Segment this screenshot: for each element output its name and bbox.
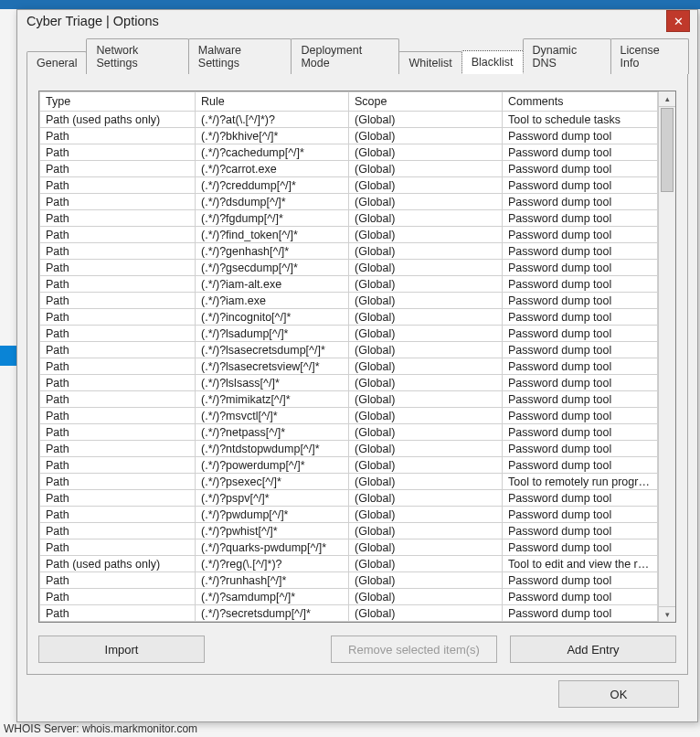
cell-scope: (Global) <box>349 507 503 523</box>
cell-scope: (Global) <box>349 210 503 227</box>
tabpage-blacklist: Type Rule Scope Comments Path (used path… <box>27 73 688 675</box>
cell-rule: (.*/)?lslsass[^/]* <box>196 375 349 391</box>
cell-scope: (Global) <box>349 260 503 276</box>
cell-scope: (Global) <box>349 605 503 622</box>
table-row[interactable]: Path(.*/)?quarks-pwdump[^/]*(Global)Pass… <box>40 539 658 556</box>
table-row[interactable]: Path(.*/)?samdump[^/]*(Global)Password d… <box>40 589 658 605</box>
cell-rule: (.*/)?secretsdump[^/]* <box>196 605 349 622</box>
table-row[interactable]: Path(.*/)?netpass[^/]*(Global)Password d… <box>40 424 658 441</box>
table-row[interactable]: Path(.*/)?genhash[^/]*(Global)Password d… <box>40 243 658 260</box>
ok-button[interactable]: OK <box>558 680 679 708</box>
table-row[interactable]: Path(.*/)?runhash[^/]*(Global)Password d… <box>40 572 658 589</box>
table-row[interactable]: Path(.*/)?mimikatz[^/]*(Global)Password … <box>40 391 658 408</box>
cell-comments: Password dump tool <box>503 424 658 441</box>
table-row[interactable]: Path(.*/)?iam.exe(Global)Password dump t… <box>40 293 658 309</box>
cell-scope: (Global) <box>349 457 503 474</box>
table-row[interactable]: Path(.*/)?iam-alt.exe(Global)Password du… <box>40 276 658 293</box>
table-row[interactable]: Path(.*/)?fgdump[^/]*(Global)Password du… <box>40 210 658 227</box>
cell-scope: (Global) <box>349 243 503 260</box>
cell-rule: (.*/)?gsecdump[^/]* <box>196 260 349 276</box>
table-row[interactable]: Path(.*/)?gsecdump[^/]*(Global)Password … <box>40 260 658 276</box>
cell-scope: (Global) <box>349 424 503 441</box>
cell-type: Path <box>40 474 196 490</box>
tab-license-info[interactable]: License Info <box>610 38 689 74</box>
table-row[interactable]: Path(.*/)?lsasecretsdump[^/]*(Global)Pas… <box>40 342 658 358</box>
cell-rule: (.*/)?ntdstopwdump[^/]* <box>196 441 349 457</box>
cell-comments: Password dump tool <box>503 326 658 342</box>
table-row[interactable]: Path(.*/)?creddump[^/]*(Global)Password … <box>40 177 658 194</box>
tabstrip: GeneralNetwork SettingsMalware SettingsD… <box>27 37 688 73</box>
tab-deployment-mode[interactable]: Deployment Mode <box>291 38 399 74</box>
col-header-rule[interactable]: Rule <box>196 92 349 112</box>
cell-scope: (Global) <box>349 194 503 210</box>
table-row[interactable]: Path (used paths only)(.*/)?at(\.[^/]*)?… <box>40 112 658 128</box>
cell-rule: (.*/)?psexec[^/]* <box>196 474 349 490</box>
cell-comments: Password dump tool <box>503 194 658 210</box>
cell-scope: (Global) <box>349 539 503 556</box>
cell-type: Path <box>40 589 196 605</box>
table-row[interactable]: Path(.*/)?carrot.exe(Global)Password dum… <box>40 161 658 177</box>
cell-type: Path <box>40 326 196 342</box>
tab-network-settings[interactable]: Network Settings <box>86 38 188 74</box>
scroll-down-icon[interactable]: ▾ <box>659 606 675 622</box>
cell-type: Path <box>40 457 196 474</box>
col-header-comments[interactable]: Comments <box>503 92 658 112</box>
cell-rule: (.*/)?pwhist[^/]* <box>196 523 349 539</box>
tab-dynamic-dns[interactable]: Dynamic DNS <box>523 38 611 74</box>
table-row[interactable]: Path(.*/)?find_token[^/]*(Global)Passwor… <box>40 227 658 243</box>
table-row[interactable]: Path (used paths only)(.*/)?reg(\.[^/]*)… <box>40 556 658 572</box>
col-header-scope[interactable]: Scope <box>349 92 503 112</box>
table-row[interactable]: Path(.*/)?psexec[^/]*(Global)Tool to rem… <box>40 474 658 490</box>
table-row[interactable]: Path(.*/)?bkhive[^/]*(Global)Password du… <box>40 128 658 144</box>
cell-type: Path <box>40 210 196 227</box>
table-row[interactable]: Path(.*/)?incognito[^/]*(Global)Password… <box>40 309 658 326</box>
cell-comments: Password dump tool <box>503 490 658 507</box>
cell-scope: (Global) <box>349 293 503 309</box>
cell-rule: (.*/)?lsasecretsdump[^/]* <box>196 342 349 358</box>
cell-rule: (.*/)?netpass[^/]* <box>196 424 349 441</box>
background-window-titlebar <box>0 0 700 9</box>
tab-whitelist[interactable]: Whitelist <box>398 51 461 74</box>
cell-comments: Password dump tool <box>503 572 658 589</box>
table-row[interactable]: Path(.*/)?ntdstopwdump[^/]*(Global)Passw… <box>40 441 658 457</box>
scroll-up-icon[interactable]: ▴ <box>659 91 675 107</box>
cell-comments: Password dump tool <box>503 441 658 457</box>
cell-comments: Password dump tool <box>503 309 658 326</box>
table-row[interactable]: Path(.*/)?lsadump[^/]*(Global)Password d… <box>40 326 658 342</box>
tab-blacklist[interactable]: Blacklist <box>461 50 524 74</box>
table-row[interactable]: Path(.*/)?lslsass[^/]*(Global)Password d… <box>40 375 658 391</box>
table-row[interactable]: Path(.*/)?pspv[^/]*(Global)Password dump… <box>40 490 658 507</box>
table-row[interactable]: Path(.*/)?pwhist[^/]*(Global)Password du… <box>40 523 658 539</box>
table-row[interactable]: Path(.*/)?lsasecretsview[^/]*(Global)Pas… <box>40 358 658 375</box>
blacklist-table[interactable]: Type Rule Scope Comments Path (used path… <box>39 91 658 622</box>
cell-comments: Tool to edit and view the re... <box>503 556 658 572</box>
cell-type: Path <box>40 507 196 523</box>
table-row[interactable]: Path(.*/)?msvctl[^/]*(Global)Password du… <box>40 408 658 424</box>
cell-comments: Password dump tool <box>503 507 658 523</box>
cell-type: Path <box>40 523 196 539</box>
table-row[interactable]: Path(.*/)?secretsdump[^/]*(Global)Passwo… <box>40 605 658 622</box>
close-button[interactable]: ✕ <box>666 10 690 32</box>
cell-rule: (.*/)?pspv[^/]* <box>196 490 349 507</box>
scroll-thumb[interactable] <box>661 108 673 192</box>
cell-type: Path (used paths only) <box>40 556 196 572</box>
cell-scope: (Global) <box>349 161 503 177</box>
options-dialog: Cyber Triage | Options ✕ GeneralNetwork … <box>16 9 698 722</box>
table-row[interactable]: Path(.*/)?powerdump[^/]*(Global)Password… <box>40 457 658 474</box>
cell-comments: Password dump tool <box>503 161 658 177</box>
cell-rule: (.*/)?at(\.[^/]*)? <box>196 112 349 128</box>
cell-comments: Password dump tool <box>503 243 658 260</box>
table-row[interactable]: Path(.*/)?cachedump[^/]*(Global)Password… <box>40 144 658 161</box>
col-header-type[interactable]: Type <box>40 92 196 112</box>
cell-type: Path <box>40 194 196 210</box>
import-button[interactable]: Import <box>38 636 205 663</box>
add-entry-button[interactable]: Add Entry <box>510 636 676 663</box>
table-row[interactable]: Path(.*/)?pwdump[^/]*(Global)Password du… <box>40 507 658 523</box>
table-row[interactable]: Path(.*/)?dsdump[^/]*(Global)Password du… <box>40 194 658 210</box>
vertical-scrollbar[interactable]: ▴ ▾ <box>658 91 675 622</box>
cell-comments: Password dump tool <box>503 539 658 556</box>
cell-rule: (.*/)?samdump[^/]* <box>196 589 349 605</box>
tab-general[interactable]: General <box>27 51 87 74</box>
tab-malware-settings[interactable]: Malware Settings <box>188 38 292 74</box>
cell-scope: (Global) <box>349 326 503 342</box>
